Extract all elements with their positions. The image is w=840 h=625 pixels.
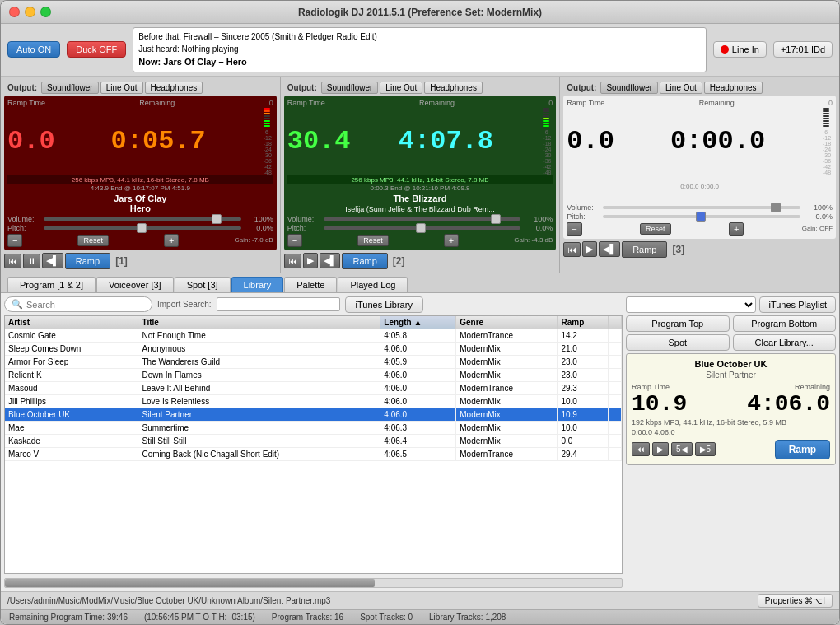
deck3-tab-headphones[interactable]: Headphones (704, 82, 763, 94)
tab-spot[interactable]: Spot [3] (175, 277, 231, 292)
table-row[interactable]: Blue October UKSilent Partner4:06.0Moder… (5, 408, 622, 421)
search-input[interactable] (26, 300, 125, 310)
clear-library-button[interactable]: Clear Library... (733, 334, 837, 351)
table-row[interactable]: MasoudLeave It All Behind4:06.0ModernTra… (5, 381, 622, 394)
deck2-output-label: Output: (287, 83, 317, 92)
tab-program[interactable]: Program [1 & 2] (7, 277, 96, 292)
preview-prev-btn[interactable]: ⏮ (632, 442, 650, 456)
deck2-ramp-btn[interactable]: Ramp (342, 253, 387, 269)
preview-5back-btn[interactable]: 5◀ (671, 442, 693, 456)
table-row[interactable]: Marco VComing Back (Nic Chagall Short Ed… (5, 447, 622, 460)
deck3-play-btn[interactable]: ▶ (582, 241, 597, 257)
table-row[interactable]: MaeSummertime4:06.3ModernMix10.0 (5, 421, 622, 434)
col-genre[interactable]: Genre (456, 316, 558, 329)
library-right: iTunes Playlist Program Top Program Bott… (626, 296, 836, 589)
deck2-volume-slider[interactable] (324, 217, 521, 221)
duck-off-button[interactable]: Duck OFF (67, 41, 126, 58)
main-content: Program [1 & 2] Voiceover [3] Spot [3] L… (1, 273, 839, 625)
horizontal-scrollbar[interactable] (4, 578, 623, 588)
tab-library[interactable]: Library (231, 277, 284, 292)
deck1-output-tabs: Output: Soundflower Line Out Headphones (4, 80, 277, 96)
line-in-button[interactable]: Line In (713, 41, 767, 58)
deck3-pitch-slider[interactable] (603, 215, 800, 218)
table-row[interactable]: Cosmic GateNot Enough Time4:05.8ModernTr… (5, 329, 622, 342)
deck3-volume-slider[interactable] (603, 206, 800, 209)
itunes-library-button[interactable]: iTunes Library (345, 296, 423, 313)
tab-voiceover[interactable]: Voiceover [3] (96, 277, 174, 292)
library-left: 🔍 Import Search: iTunes Library Artist T… (4, 296, 623, 589)
deck1-pitch-slider[interactable] (44, 226, 241, 230)
deck1-plus-btn[interactable]: + (164, 234, 179, 247)
library-dropdown[interactable] (626, 296, 756, 313)
deck1-pitch-row: Pitch: 0.0% (7, 224, 273, 232)
deck2-cue-btn[interactable]: ◀▌ (320, 253, 341, 268)
preview-panel: Blue October UK Silent Partner Ramp Time… (626, 353, 836, 465)
deck1-track-title: Jars Of ClayHero (7, 194, 273, 213)
deck2-reset-btn[interactable]: Reset (357, 235, 389, 246)
deck2-plus-btn[interactable]: + (444, 234, 459, 247)
deck2-pitch-val: 0.0% (524, 224, 553, 232)
deck1-ramp-btn[interactable]: Ramp (65, 253, 110, 269)
deck1-prev-btn[interactable]: ⏮ (4, 254, 21, 268)
deck1-cue-btn[interactable]: ◀▌ (42, 253, 63, 268)
deck2-db-bar: -6-12-18-24-30-36-42-48 (543, 108, 553, 175)
tab-played-log[interactable]: Played Log (338, 277, 408, 292)
maximize-button[interactable] (40, 7, 51, 17)
deck3-ramp-btn[interactable]: Ramp (622, 241, 667, 258)
deck3-minus-btn[interactable]: − (567, 222, 581, 236)
deck2-play-btn[interactable]: ▶ (303, 253, 318, 268)
deck3-volume-val: 100% (804, 203, 833, 212)
deck2-prev-btn[interactable]: ⏮ (284, 254, 301, 268)
now-playing-panel: Before that: Firewall – Sincere 2005 (Sm… (133, 27, 707, 72)
deck1-tab-soundflower[interactable]: Soundflower (41, 82, 99, 94)
table-row[interactable]: Sleep Comes DownAnonymous4:06.0ModernMix… (5, 342, 622, 355)
table-row[interactable]: KaskadeStill Still Still4:06.4ModernMix0… (5, 434, 622, 447)
deck2-minus-btn[interactable]: − (287, 234, 302, 247)
col-title[interactable]: Title (138, 316, 380, 329)
col-ramp[interactable]: Ramp (558, 316, 609, 329)
close-button[interactable] (9, 7, 20, 17)
tab-palette[interactable]: Palette (284, 277, 337, 292)
preview-title: Blue October UK (632, 359, 830, 369)
auto-on-button[interactable]: Auto ON (7, 41, 60, 58)
spot-button[interactable]: Spot (626, 334, 730, 351)
deck1-tab-lineout[interactable]: Line Out (100, 82, 143, 94)
scrollbar-thumb[interactable] (5, 579, 375, 587)
deck3-cue-btn[interactable]: ◀▌ (599, 241, 620, 257)
deck1-volume-slider[interactable] (44, 217, 241, 221)
program-top-button[interactable]: Program Top (626, 315, 730, 332)
col-length[interactable]: Length ▲ (380, 316, 456, 329)
program-bottom-button[interactable]: Program Bottom (733, 315, 837, 332)
preview-remaining-value: 4:06.0 (747, 391, 830, 417)
deck3-plus-btn[interactable]: + (729, 222, 744, 236)
deck3-tab-lineout[interactable]: Line Out (660, 82, 702, 94)
deck3-tab-soundflower[interactable]: Soundflower (600, 82, 658, 94)
deck1-reset-btn[interactable]: Reset (77, 235, 109, 246)
import-input[interactable] (217, 297, 340, 311)
deck1-ramp-value: 0.0 (7, 126, 55, 156)
minimize-button[interactable] (25, 7, 35, 17)
preview-5fwd-btn[interactable]: ▶5 (695, 442, 716, 456)
deck2-tab-headphones[interactable]: Headphones (424, 82, 483, 94)
table-row[interactable]: Relient KDown In Flames4:06.0ModernMix23… (5, 368, 622, 381)
deck1-pause-btn[interactable]: ⏸ (23, 254, 40, 268)
table-row[interactable]: Jill PhillipsLove Is Relentless4:06.0Mod… (5, 394, 622, 408)
preview-ramp-btn[interactable]: Ramp (775, 440, 830, 459)
itunes-playlist-button[interactable]: iTunes Playlist (759, 296, 836, 313)
remaining-program-time: Remaining Program Time: 39:46 (9, 613, 128, 622)
idd-button[interactable]: +17:01 IDd (773, 41, 833, 58)
properties-button[interactable]: Properties ⌘⌥I (758, 594, 833, 608)
deck3-reset-btn[interactable]: Reset (640, 223, 671, 235)
deck2-tab-soundflower[interactable]: Soundflower (321, 82, 379, 94)
deck3-prev-btn[interactable]: ⏮ (563, 242, 581, 257)
search-icon: 🔍 (12, 299, 23, 310)
deck2-tab-lineout[interactable]: Line Out (380, 82, 422, 94)
col-artist[interactable]: Artist (5, 316, 138, 329)
deck1-tab-headphones[interactable]: Headphones (145, 82, 203, 94)
deck2-pitch-slider[interactable] (324, 226, 521, 230)
deck-2: Output: Soundflower Line Out Headphones … (281, 77, 561, 273)
table-row[interactable]: Armor For SleepThe Wanderers Guild4:05.9… (5, 355, 622, 368)
preview-play-btn[interactable]: ▶ (652, 442, 669, 456)
deck1-minus-btn[interactable]: − (7, 234, 22, 247)
deck3-db-bar: -6-12-18-24-30-36-42-48 (823, 108, 833, 175)
